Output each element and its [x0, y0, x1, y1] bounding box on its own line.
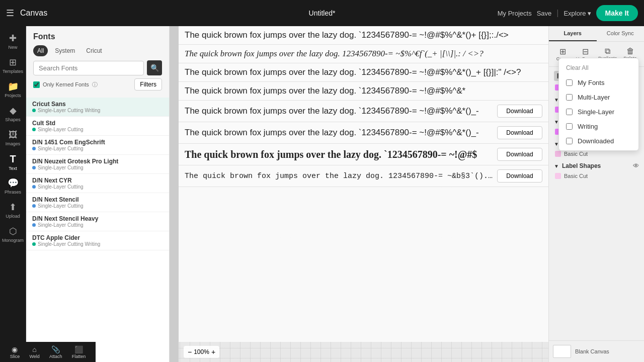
right-tabs: Layers Color Sync: [549, 26, 644, 42]
shapes-icon: ◆: [10, 105, 17, 116]
top-actions: My Projects Save | Explore ▾ Make It: [498, 5, 638, 21]
font-name: Cricut Sans: [32, 101, 163, 108]
filter-multi-layer[interactable]: Multi-Layer: [559, 90, 638, 105]
sidebar-item-phrases[interactable]: 💬 Phrases: [2, 175, 24, 197]
fonts-filter-row: All System Cricut: [33, 45, 162, 56]
attach-icon: 📎: [51, 345, 60, 353]
layer-header-shapes-4[interactable]: ▼ Label Shapes 👁: [551, 160, 642, 171]
sidebar-label-projects: Projects: [5, 93, 21, 98]
font-name: D/N Next Stencil Heavy: [32, 215, 163, 222]
font-item-next-stencil-heavy[interactable]: D/N Next Stencil Heavy Single-Layer Cutt…: [26, 212, 169, 231]
font-preview-panel: The quick brown fox jumps over the lazy …: [179, 26, 548, 342]
ungroup-icon: ⊟: [582, 47, 589, 56]
single-layer-checkbox[interactable]: [566, 109, 573, 115]
kerned-checkbox[interactable]: [33, 81, 40, 88]
sidebar-item-text[interactable]: T Text: [2, 151, 24, 173]
font-name: D/N Next CYR: [32, 177, 163, 184]
sidebar-label-shapes: Shapes: [5, 117, 21, 122]
slice-button[interactable]: ◉ Slice: [7, 343, 23, 361]
right-bottom: Blank Canvas: [549, 340, 644, 362]
downloaded-label: Downloaded: [578, 137, 614, 145]
download-button-4[interactable]: Download: [497, 169, 542, 183]
clear-all-button[interactable]: Clear All: [559, 60, 638, 75]
font-preview-row-2: The quick brown fox jumps over the lazy …: [179, 45, 548, 63]
zoom-out-button[interactable]: −: [188, 348, 192, 356]
tab-layers[interactable]: Layers: [549, 26, 597, 41]
attach-label: Attach: [49, 354, 62, 359]
weld-label: Weld: [29, 354, 39, 359]
filter-tab-cricut[interactable]: Cricut: [82, 45, 106, 56]
sidebar-item-upload[interactable]: ⬆ Upload: [2, 199, 24, 221]
text-icon: T: [10, 153, 16, 165]
delete-icon: 🗑: [626, 47, 634, 56]
download-button-2[interactable]: Download: [497, 126, 542, 139]
canvas-background[interactable]: The quick brown fox jumps over the lazy …: [170, 26, 548, 362]
flatten-button[interactable]: ⬛ Flatten: [69, 343, 89, 361]
sidebar-label-templates: Templates: [3, 69, 23, 74]
weld-icon: ⌂: [32, 345, 36, 353]
filter-tab-all[interactable]: All: [33, 45, 48, 56]
downloaded-checkbox[interactable]: [566, 138, 573, 144]
tab-color-sync[interactable]: Color Sync: [597, 26, 645, 41]
search-input[interactable]: [33, 61, 144, 75]
sidebar-item-images[interactable]: 🖼 Images: [2, 127, 24, 149]
weld-button[interactable]: ⌂ Weld: [26, 343, 42, 361]
multi-layer-checkbox[interactable]: [566, 94, 573, 101]
font-preview-row-1: The quick brown fox jumps over the lazy …: [179, 26, 548, 45]
attach-button[interactable]: 📎 Attach: [46, 343, 65, 361]
canvas-area[interactable]: The quick brown fox jumps over the lazy …: [170, 26, 548, 362]
sidebar-label-text: Text: [9, 166, 17, 171]
filter-writing[interactable]: Writing: [559, 119, 638, 134]
preview-text: The quick brown fox jumps over the lazy …: [185, 67, 542, 77]
sidebar-label-images: Images: [6, 141, 21, 146]
sidebar-label-upload: Upload: [6, 214, 20, 219]
upload-icon: ⬆: [9, 202, 17, 213]
left-sidebar: ✚ New ⊞ Templates 📁 Projects ◆ Shapes 🖼 …: [0, 26, 26, 362]
filters-button[interactable]: Filters: [134, 78, 162, 90]
font-meta: Single-Layer Cutting: [32, 203, 163, 209]
hamburger-menu[interactable]: ☰: [6, 8, 14, 19]
writing-checkbox[interactable]: [566, 123, 573, 130]
font-item-cricut-sans[interactable]: Cricut Sans Single-Layer Cutting Writing: [26, 98, 169, 117]
zoom-in-button[interactable]: +: [211, 348, 215, 356]
font-item-neuzeit[interactable]: D/N Neuzeit Grotesk Pro Light Single-Lay…: [26, 155, 169, 174]
fonts-list: Cricut Sans Single-Layer Cutting Writing…: [26, 98, 169, 362]
fonts-panel: Fonts All System Cricut 🔍 Only Kerned Fo…: [26, 26, 170, 362]
sidebar-item-projects[interactable]: 📁 Projects: [2, 78, 24, 101]
preview-text: The quick brown fox jumps over the lazy …: [185, 128, 497, 138]
my-fonts-label: My Fonts: [578, 79, 604, 86]
filter-single-layer[interactable]: Single-Layer: [559, 105, 638, 119]
my-projects-button[interactable]: My Projects: [498, 10, 532, 17]
filter-tab-system[interactable]: System: [51, 45, 79, 56]
search-button[interactable]: 🔍: [147, 60, 162, 75]
font-item-next-stencil[interactable]: D/N Next Stencil Single-Layer Cutting: [26, 193, 169, 212]
eye-icon[interactable]: 👁: [633, 162, 639, 169]
font-item-cult-std[interactable]: Cult Std Single-Layer Cutting: [26, 117, 169, 136]
templates-icon: ⊞: [9, 57, 17, 68]
filter-downloaded[interactable]: Downloaded: [559, 134, 638, 148]
dot-blue-icon: [32, 185, 36, 189]
make-it-button[interactable]: Make It: [596, 5, 638, 21]
save-button[interactable]: Save: [537, 10, 552, 17]
filters-dropdown: Clear All My Fonts Multi-Layer Single-La…: [558, 58, 639, 151]
sidebar-item-templates[interactable]: ⊞ Templates: [2, 54, 24, 76]
zoom-level: 100%: [194, 348, 209, 355]
explore-button[interactable]: Explore ▾: [564, 10, 591, 17]
sidebar-item-shapes[interactable]: ◆ Shapes: [2, 103, 24, 125]
topbar: ☰ Canvas Untitled* My Projects Save | Ex…: [0, 0, 644, 26]
font-item-next-cyr[interactable]: D/N Next CYR Single-Layer Cutting: [26, 174, 169, 193]
font-name: D/N Next Stencil: [32, 196, 163, 203]
font-item-dn1451[interactable]: D/N 1451 Com EngSchrift Single-Layer Cut…: [26, 136, 169, 155]
project-title[interactable]: Untitled*: [309, 9, 336, 17]
font-meta: Single-Layer Cutting: [32, 222, 163, 228]
sidebar-item-new[interactable]: ✚ New: [2, 30, 24, 52]
filter-my-fonts[interactable]: My Fonts: [559, 75, 638, 90]
sidebar-item-monogram[interactable]: ⬡ Monogram: [2, 223, 24, 245]
download-button-1[interactable]: Download: [497, 105, 542, 118]
dot-green-icon: [32, 242, 36, 246]
my-fonts-checkbox[interactable]: [566, 79, 573, 86]
font-item-apple-cider[interactable]: DTC Apple Cider Single-Layer Cutting Wri…: [26, 231, 169, 250]
download-button-3[interactable]: Download: [497, 148, 542, 161]
font-preview-row-6: The quick brown fox jumps over the lazy …: [179, 122, 548, 144]
font-name: Cult Std: [32, 120, 163, 127]
